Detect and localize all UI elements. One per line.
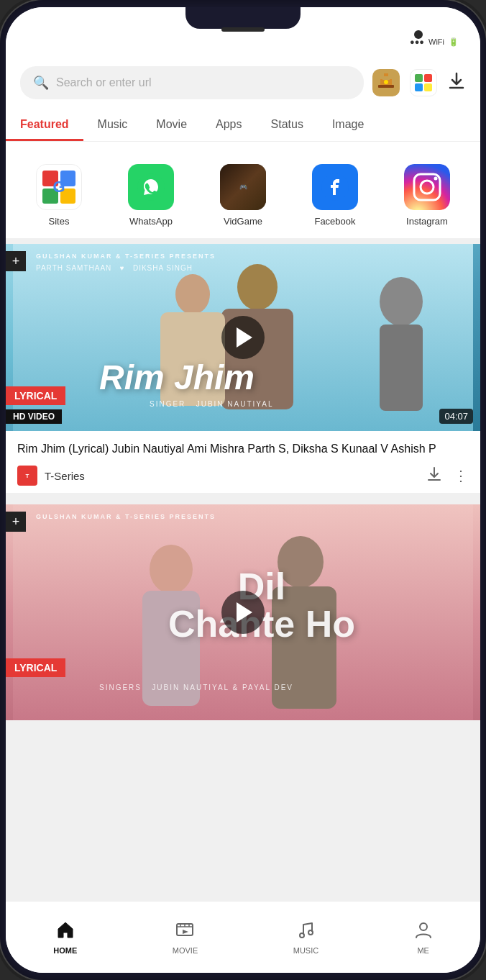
- hd-badge-1: HD VIDEO: [6, 409, 62, 424]
- video-info-1: Rim Jhim (Lyrical) Jubin Nautiyal Ami Mi…: [6, 431, 480, 493]
- shortcut-instagram[interactable]: Instagram: [404, 164, 450, 227]
- shortcuts-row: G Sites WhatsApp: [6, 150, 480, 244]
- status-bar: ●●● WiFi 🔋: [6, 7, 480, 58]
- lyrical-badge-2: LYRICAL: [6, 658, 65, 677]
- svg-rect-23: [380, 325, 423, 411]
- channel-name-1: T-Series: [45, 470, 419, 482]
- tab-status[interactable]: Status: [257, 108, 318, 141]
- tab-image[interactable]: Image: [318, 108, 378, 141]
- svg-point-20: [175, 274, 210, 314]
- toolbar-icons: [372, 69, 466, 96]
- bottom-nav: HOME MOVIE: [6, 901, 480, 973]
- nav-me[interactable]: ME: [414, 920, 433, 955]
- download-icon[interactable]: [447, 72, 466, 94]
- video-separator: [6, 499, 480, 504]
- tab-featured[interactable]: Featured: [6, 108, 83, 141]
- svg-rect-7: [424, 74, 432, 82]
- search-bar[interactable]: 🔍 Search or enter url: [20, 66, 364, 99]
- shortcut-sites[interactable]: G Sites: [36, 164, 82, 227]
- svg-point-16: [434, 177, 438, 181]
- svg-point-37: [308, 930, 313, 935]
- search-bar-container: 🔍 Search or enter url: [6, 58, 480, 108]
- phone-screen: ●●● WiFi 🔋 🔍 Search or enter url: [6, 7, 480, 973]
- main-content[interactable]: G Sites WhatsApp: [6, 150, 480, 901]
- nav-music[interactable]: MUSIC: [293, 920, 318, 955]
- svg-point-36: [300, 933, 304, 938]
- home-icon: [56, 920, 75, 943]
- sites-icon: G: [36, 164, 82, 210]
- svg-point-22: [380, 277, 423, 326]
- tabs-container: Featured Music Movie Apps Status Image: [6, 108, 480, 142]
- movie-icon: [175, 920, 194, 943]
- presents-text-2: GULSHAN KUMAR & T-SERIES PRESENTS: [36, 513, 216, 520]
- song-title-1: Rim Jhim: [99, 360, 255, 395]
- video-card-2: + GULSHAN KUMAR & T-SERIES PRESENTS LYRI…: [6, 504, 480, 720]
- video-thumbnail-2[interactable]: + GULSHAN KUMAR & T-SERIES PRESENTS LYRI…: [6, 504, 480, 720]
- shortcut-whatsapp[interactable]: WhatsApp: [128, 164, 174, 227]
- presents-text-1: GULSHAN KUMAR & T-SERIES PRESENTS: [36, 253, 216, 260]
- home-label: HOME: [53, 946, 77, 955]
- svg-rect-6: [415, 74, 423, 82]
- singer-label-2: SINGERS JUBIN NAUTIYAL & PAYAL DEV: [99, 684, 293, 691]
- sites-label: Sites: [49, 216, 70, 227]
- search-placeholder: Search or enter url: [56, 76, 152, 89]
- svg-point-18: [237, 264, 278, 310]
- temple-run-icon[interactable]: [372, 69, 400, 96]
- svg-point-38: [420, 923, 427, 930]
- svg-point-5: [384, 80, 388, 84]
- shortcut-vidgame[interactable]: 🎮 VidGame: [220, 164, 266, 227]
- tab-apps[interactable]: Apps: [201, 108, 256, 141]
- video-thumbnail-1[interactable]: + GULSHAN KUMAR & T-SERIES PRESENTS PART…: [6, 244, 480, 431]
- meta-actions-1: ⋮: [426, 466, 469, 486]
- notch: [185, 7, 301, 29]
- phone-frame: ●●● WiFi 🔋 🔍 Search or enter url: [0, 0, 486, 980]
- video-more-icon-1[interactable]: ⋮: [454, 467, 469, 484]
- facebook-label: Facebook: [314, 216, 355, 227]
- names-text-1: PARTH SAMTHAAN ♥ DIKSHA SINGH: [36, 264, 193, 272]
- video-meta-1: T T-Series ⋮: [17, 466, 469, 486]
- play-button-1[interactable]: [221, 316, 265, 359]
- svg-rect-4: [384, 73, 388, 76]
- channel-logo-1: T: [17, 466, 37, 486]
- nav-movie[interactable]: MOVIE: [173, 920, 198, 955]
- status-icons: ●●● WiFi 🔋: [410, 37, 459, 47]
- me-label: ME: [417, 946, 429, 955]
- add-badge-2: +: [6, 512, 26, 532]
- svg-rect-13: [404, 164, 450, 210]
- svg-rect-9: [424, 83, 432, 91]
- music-icon: [296, 920, 315, 943]
- instagram-label: Instagram: [406, 216, 448, 227]
- speaker: [221, 27, 265, 32]
- nav-home[interactable]: HOME: [53, 920, 77, 955]
- movie-label: MOVIE: [173, 946, 198, 955]
- video-card-1: + GULSHAN KUMAR & T-SERIES PRESENTS PART…: [6, 244, 480, 493]
- lyrical-badge-1: LYRICAL: [6, 386, 65, 405]
- duration-1: 04:07: [439, 409, 473, 424]
- video-download-icon-1[interactable]: [426, 466, 442, 486]
- svg-rect-8: [415, 83, 423, 91]
- music-label: MUSIC: [293, 946, 318, 955]
- color-grid-icon[interactable]: [410, 69, 437, 96]
- svg-marker-35: [183, 930, 188, 934]
- singer-label-1: SINGER JUBIN NAUTIYAL: [150, 400, 274, 408]
- vidgame-icon: 🎮: [220, 164, 266, 210]
- whatsapp-icon: [128, 164, 174, 210]
- video-title-1: Rim Jhim (Lyrical) Jubin Nautiyal Ami Mi…: [17, 441, 469, 457]
- me-icon: [414, 920, 433, 943]
- instagram-icon: [404, 164, 450, 210]
- facebook-icon: [312, 164, 358, 210]
- play-button-2[interactable]: [221, 591, 265, 634]
- svg-rect-1: [378, 85, 394, 88]
- add-badge-1: +: [6, 251, 26, 271]
- whatsapp-label: WhatsApp: [129, 216, 173, 227]
- search-icon: 🔍: [33, 75, 49, 91]
- shortcut-facebook[interactable]: Facebook: [312, 164, 358, 227]
- vidgame-label: VidGame: [224, 216, 262, 227]
- tab-music[interactable]: Music: [83, 108, 142, 141]
- tab-movie[interactable]: Movie: [142, 108, 201, 141]
